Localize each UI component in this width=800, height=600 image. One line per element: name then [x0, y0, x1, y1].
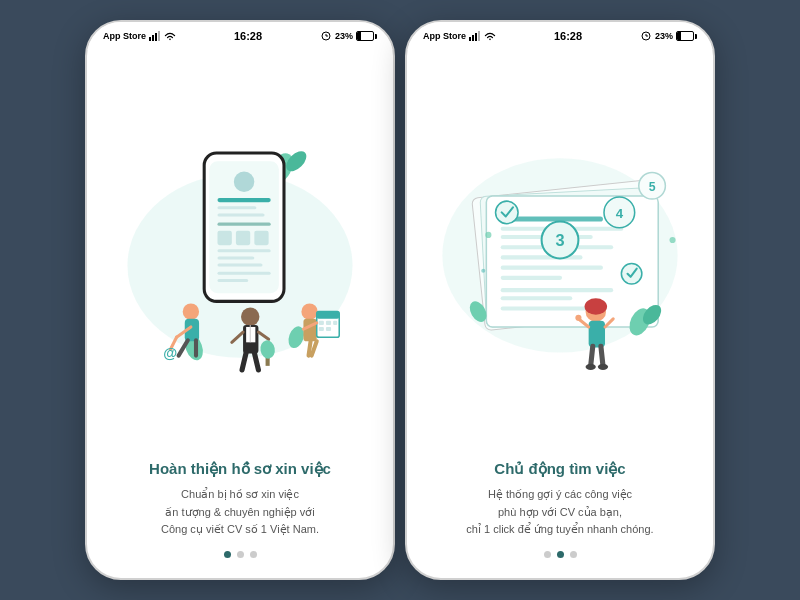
svg-point-99: [669, 237, 675, 243]
svg-point-34: [241, 308, 259, 326]
svg-point-83: [496, 201, 519, 224]
status-bar-2: App Store 16:28: [407, 22, 713, 50]
svg-rect-1: [152, 35, 154, 41]
wifi-icon-2: [484, 31, 496, 41]
svg-rect-22: [217, 249, 270, 252]
svg-point-27: [183, 303, 199, 319]
svg-rect-49: [319, 327, 324, 331]
phone1-illustration: @: [107, 60, 373, 451]
svg-rect-2: [155, 33, 157, 41]
svg-rect-3: [158, 31, 160, 41]
phone1-title: Hoàn thiện hồ sơ xin việc: [107, 459, 373, 479]
signal-icon-1: [149, 31, 161, 41]
svg-rect-46: [319, 321, 324, 325]
dot-1-1[interactable]: [224, 551, 231, 558]
svg-rect-19: [217, 231, 231, 245]
phone2-text: Chủ động tìm việc Hệ thống gợi ý các côn…: [427, 451, 693, 539]
svg-point-14: [234, 171, 254, 191]
svg-rect-16: [217, 206, 256, 209]
battery-icon-2: [676, 31, 697, 41]
phone-2: App Store 16:28: [405, 20, 715, 580]
svg-rect-24: [217, 264, 262, 267]
dot-2-3[interactable]: [570, 551, 577, 558]
phone1-content: @: [87, 50, 393, 578]
phone2-title: Chủ động tìm việc: [427, 459, 693, 479]
svg-rect-21: [254, 231, 268, 245]
alarm-icon-2: [640, 31, 652, 41]
svg-rect-75: [501, 296, 573, 300]
dot-1-2[interactable]: [237, 551, 244, 558]
battery-pct-2: 23%: [655, 31, 673, 41]
dot-2-1[interactable]: [544, 551, 551, 558]
svg-rect-57: [472, 35, 474, 41]
status-left-2: App Store: [423, 31, 496, 41]
svg-text:@: @: [163, 345, 177, 361]
svg-rect-90: [589, 321, 605, 348]
battery-icon-1: [356, 31, 377, 41]
status-left-1: App Store: [103, 31, 176, 41]
svg-rect-76: [501, 307, 593, 311]
svg-point-42: [301, 303, 317, 319]
dot-2-2[interactable]: [557, 551, 564, 558]
svg-point-100: [481, 269, 485, 273]
phone1-dots: [224, 551, 257, 558]
svg-line-94: [591, 346, 593, 365]
svg-rect-56: [469, 37, 471, 41]
svg-line-95: [601, 346, 603, 365]
phone2-illustration: 3 4 5: [427, 60, 693, 451]
alarm-icon-1: [320, 31, 332, 41]
svg-text:3: 3: [555, 231, 564, 249]
phone2-content: 3 4 5: [407, 50, 713, 578]
status-right-1: 23%: [320, 31, 377, 41]
svg-rect-73: [501, 276, 562, 280]
svg-text:5: 5: [649, 180, 656, 194]
svg-rect-23: [217, 256, 254, 259]
svg-point-93: [575, 315, 581, 321]
dot-1-3[interactable]: [250, 551, 257, 558]
svg-rect-20: [236, 231, 250, 245]
phone1-text: Hoàn thiện hồ sơ xin việc Chuẩn bị hồ sơ…: [107, 451, 373, 539]
phone-1: App Store 16:28: [85, 20, 395, 580]
svg-rect-45: [317, 312, 340, 319]
phone1-desc: Chuẩn bị hồ sơ xin việc ấn tượng & chuyê…: [107, 486, 373, 539]
wifi-icon-1: [164, 31, 176, 41]
svg-point-98: [485, 232, 491, 238]
svg-line-52: [312, 341, 317, 355]
svg-rect-26: [217, 279, 248, 282]
cv-builder-svg: @: [107, 60, 373, 451]
svg-rect-59: [478, 31, 480, 41]
svg-rect-15: [217, 198, 270, 202]
battery-pct-1: 23%: [335, 31, 353, 41]
svg-line-53: [309, 341, 311, 355]
appstore-label-1: App Store: [103, 31, 146, 41]
svg-point-89: [585, 298, 608, 314]
phones-container: App Store 16:28: [85, 20, 715, 580]
svg-rect-58: [475, 33, 477, 41]
svg-rect-25: [217, 272, 270, 275]
phone2-dots: [544, 551, 577, 558]
svg-rect-18: [217, 223, 270, 226]
svg-rect-0: [149, 37, 151, 41]
svg-point-97: [598, 364, 608, 370]
svg-rect-48: [333, 321, 337, 325]
svg-rect-17: [217, 213, 264, 216]
status-time-1: 16:28: [234, 30, 262, 42]
phone2-desc: Hệ thống gợi ý các công việc phù hợp với…: [427, 486, 693, 539]
status-time-2: 16:28: [554, 30, 582, 42]
status-bar-1: App Store 16:28: [87, 22, 393, 50]
svg-rect-72: [501, 266, 603, 270]
svg-point-96: [586, 364, 596, 370]
signal-icon-2: [469, 31, 481, 41]
svg-rect-50: [326, 327, 331, 331]
svg-rect-47: [326, 321, 331, 325]
appstore-label-2: App Store: [423, 31, 466, 41]
svg-rect-74: [501, 288, 614, 292]
job-search-svg: 3 4 5: [427, 60, 693, 451]
status-right-2: 23%: [640, 31, 697, 41]
svg-text:4: 4: [616, 206, 624, 221]
